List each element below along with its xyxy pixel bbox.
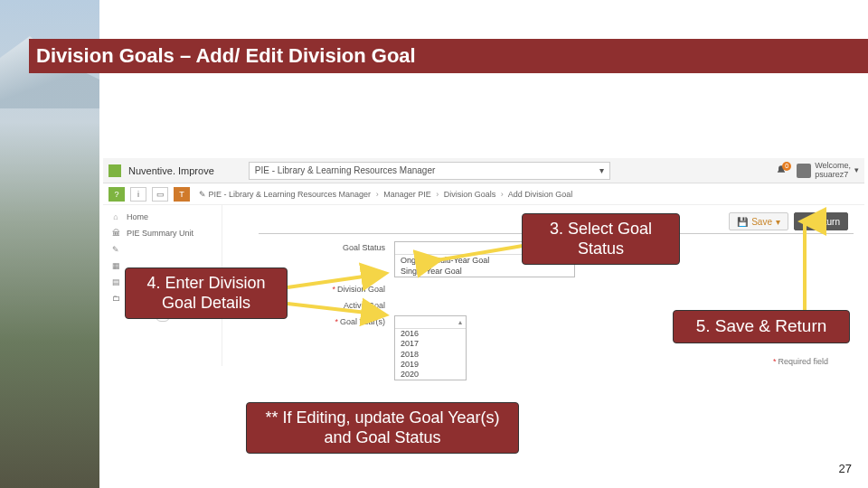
save-label: Save xyxy=(751,217,772,227)
grid-icon: ▦ xyxy=(110,260,121,271)
bars-icon: ▤ xyxy=(110,277,121,287)
goal-years-select[interactable]: ▴ 2016 2017 2018 2019 2020 xyxy=(394,315,467,380)
slide-title-bar: Division Goals – Add/ Edit Division Goal xyxy=(29,39,868,73)
save-icon: 💾 xyxy=(737,217,748,227)
user-menu[interactable]: Welcome, psuarez7 ▾ xyxy=(797,162,859,180)
bank-icon: 🏛 xyxy=(110,228,121,239)
chevron-down-icon: ▾ xyxy=(599,165,604,175)
year-option-0[interactable]: 2016 xyxy=(395,329,466,339)
toolbar-row: ? i ▭ T ✎ PIE - Library & Learning Resou… xyxy=(103,183,864,205)
crumb-3: Add Division Goal xyxy=(508,190,573,199)
sidebar-item-home[interactable]: ⌂ Home xyxy=(103,209,222,225)
callout-step-5: 5. Save & Return xyxy=(673,310,850,343)
avatar-icon xyxy=(797,164,811,178)
svg-line-2 xyxy=(288,304,382,314)
sidebar-item-label: Home xyxy=(127,212,148,221)
tool-text-button[interactable]: T xyxy=(174,187,190,202)
required-note: *Required field xyxy=(773,357,828,366)
year-option-4[interactable]: 2020 xyxy=(395,370,466,380)
project-select-value: PIE - Library & Learning Resources Manag… xyxy=(255,165,436,175)
notifications-button[interactable]: 0 xyxy=(775,164,788,177)
goal-status-label: Goal Status xyxy=(259,241,394,252)
action-buttons: 💾 Save ▾ ↩ Return xyxy=(729,212,848,230)
save-button[interactable]: 💾 Save ▾ xyxy=(729,212,788,230)
chevron-down-icon: ▾ xyxy=(854,166,859,175)
page-number: 27 xyxy=(839,462,852,475)
crumb-2[interactable]: Division Goals xyxy=(444,190,496,199)
tool-help-button[interactable]: ? xyxy=(108,187,125,202)
sidebar-item-edit[interactable]: ✎ xyxy=(103,241,222,258)
home-icon: ⌂ xyxy=(110,211,121,222)
folder-icon: 🗀 xyxy=(110,293,121,304)
crumb-1[interactable]: Manager PIE xyxy=(383,190,431,199)
arrow-step4b xyxy=(288,302,387,322)
chevron-up-icon: ▴ xyxy=(458,318,462,326)
app-header: Nuventive. Improve PIE - Library & Learn… xyxy=(103,158,864,183)
chevron-down-icon: ▾ xyxy=(776,217,780,227)
year-option-2[interactable]: 2018 xyxy=(395,350,466,360)
year-option-1[interactable]: 2017 xyxy=(395,339,466,349)
crumb-0[interactable]: PIE - Library & Learning Resources Manag… xyxy=(209,190,372,199)
header-right: 0 Welcome, psuarez7 ▾ xyxy=(775,162,859,180)
app-name: Nuventive. Improve xyxy=(128,165,214,176)
callout-editing-note: ** If Editing, update Goal Year(s) and G… xyxy=(246,402,519,454)
arrow-step4a xyxy=(288,271,387,293)
pencil-icon: ✎ xyxy=(110,244,121,255)
sidebar-item-summary[interactable]: 🏛 PIE Summary Unit xyxy=(103,225,222,241)
breadcrumb: ✎ PIE - Library & Learning Resources Man… xyxy=(199,190,572,199)
callout-step-3: 3. Select Goal Status xyxy=(522,213,680,265)
arrow-step3 xyxy=(432,244,523,266)
return-label: Return xyxy=(813,217,840,227)
background-photo-strip xyxy=(0,0,99,488)
notif-badge: 0 xyxy=(782,162,791,171)
year-option-3[interactable]: 2019 xyxy=(395,360,466,370)
username: psuarez7 xyxy=(815,171,851,180)
sidebar-item-label: PIE Summary Unit xyxy=(127,229,193,238)
svg-line-1 xyxy=(288,274,382,287)
goal-status-option-1[interactable]: Single-Year Goal xyxy=(395,266,574,277)
arrow-step5 xyxy=(796,217,814,315)
app-logo-icon xyxy=(108,164,121,177)
tool-info-button[interactable]: i xyxy=(130,187,146,202)
callout-step-4: 4. Enter Division Goal Details xyxy=(125,267,288,319)
slide-title: Division Goals – Add/ Edit Division Goal xyxy=(36,44,416,68)
project-select[interactable]: PIE - Library & Learning Resources Manag… xyxy=(249,162,610,180)
tool-card-button[interactable]: ▭ xyxy=(152,187,168,202)
svg-line-0 xyxy=(437,246,523,260)
